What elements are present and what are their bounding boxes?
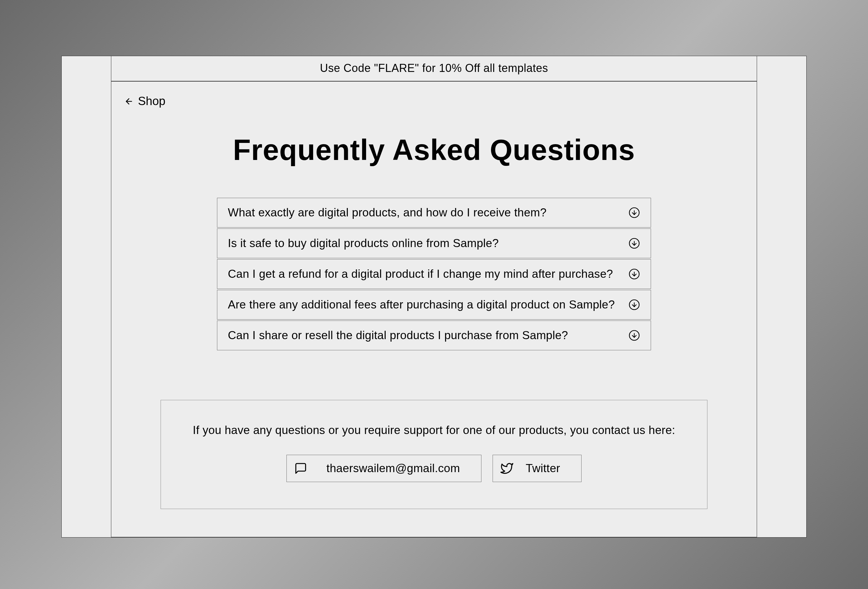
faq-question: What exactly are digital products, and h…: [228, 206, 546, 219]
faq-item[interactable]: Can I share or resell the digital produc…: [217, 320, 651, 350]
faq-list: What exactly are digital products, and h…: [217, 198, 651, 350]
faq-question: Is it safe to buy digital products onlin…: [228, 237, 499, 250]
faq-question: Can I get a refund for a digital product…: [228, 267, 613, 280]
message-icon: [294, 462, 307, 475]
faq-item[interactable]: Are there any additional fees after purc…: [217, 290, 651, 320]
faq-item[interactable]: Can I get a refund for a digital product…: [217, 259, 651, 289]
back-link-label: Shop: [138, 94, 165, 108]
arrow-down-circle-icon: [628, 238, 640, 249]
back-to-shop-link[interactable]: Shop: [111, 81, 757, 108]
page-title: Frequently Asked Questions: [111, 133, 757, 167]
contact-email-label: thaerswailem@gmail.com: [326, 462, 460, 475]
arrow-down-circle-icon: [628, 268, 640, 280]
arrow-down-circle-icon: [628, 329, 640, 341]
contact-twitter-label: Twitter: [526, 462, 560, 475]
mid-frame: Use Code "FLARE" for 10% Off all templat…: [86, 56, 782, 537]
contact-twitter-button[interactable]: Twitter: [493, 455, 582, 482]
outer-frame: Use Code "FLARE" for 10% Off all templat…: [61, 56, 807, 537]
promo-banner: Use Code "FLARE" for 10% Off all templat…: [111, 56, 757, 81]
arrow-left-icon: [124, 97, 134, 106]
contact-buttons: thaerswailem@gmail.com Twitter: [173, 455, 695, 482]
faq-question: Are there any additional fees after purc…: [228, 298, 615, 311]
faq-question: Can I share or resell the digital produc…: [228, 329, 568, 342]
contact-section: If you have any questions or you require…: [161, 400, 707, 509]
contact-email-button[interactable]: thaerswailem@gmail.com: [286, 455, 481, 482]
faq-item[interactable]: What exactly are digital products, and h…: [217, 198, 651, 227]
arrow-down-circle-icon: [628, 207, 640, 218]
contact-prompt: If you have any questions or you require…: [173, 424, 695, 437]
arrow-down-circle-icon: [628, 299, 640, 311]
inner-frame: Use Code "FLARE" for 10% Off all templat…: [111, 56, 757, 537]
twitter-icon: [500, 462, 513, 475]
faq-item[interactable]: Is it safe to buy digital products onlin…: [217, 229, 651, 258]
